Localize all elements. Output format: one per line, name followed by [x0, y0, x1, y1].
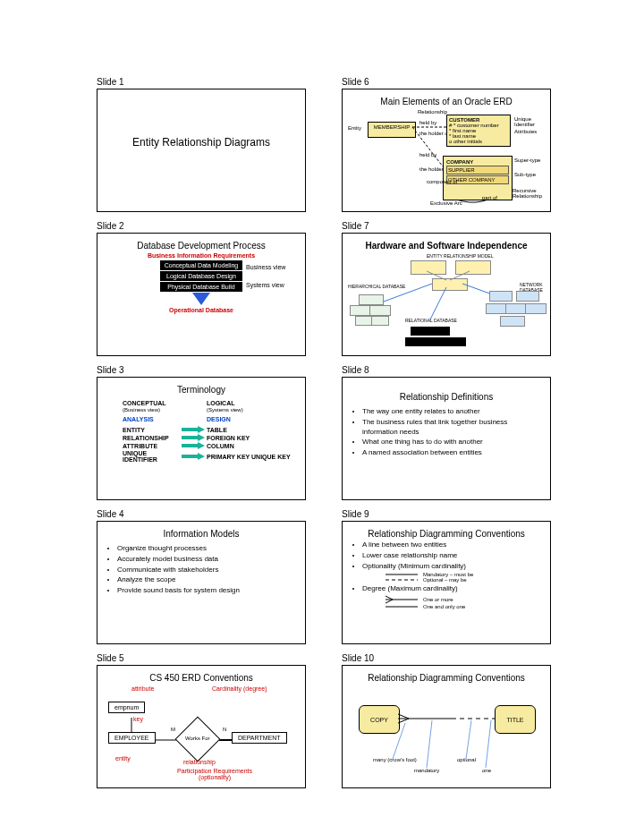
mandatory-label: mandatory [414, 768, 439, 773]
bullet-list: Organize thought processes Accurately mo… [117, 544, 298, 596]
term-l: RELATIONSHIP [123, 435, 180, 441]
slide-label: Slide 7 [342, 221, 551, 231]
slide-8: Slide 8 Relationship Definitions The way… [342, 365, 551, 500]
svg-marker-1 [198, 426, 205, 433]
bullet-list: Degree (Maximum cardinality) [362, 584, 543, 594]
svg-line-34 [486, 720, 491, 768]
dashed-line-icon [386, 577, 418, 583]
term-r: COLUMN [207, 443, 234, 449]
svg-line-28 [398, 719, 409, 723]
side-label: Business view [246, 264, 285, 270]
term-sub-r: (Systems view) [207, 407, 243, 413]
works-for-label: Works For [185, 736, 210, 741]
bullet: The business rules that link together bu… [362, 418, 543, 438]
rel-table [411, 327, 450, 336]
db-box [486, 303, 507, 314]
opt-label: Optional – may be [423, 577, 467, 583]
term-r: FOREIGN KEY [207, 435, 250, 441]
company-box: COMPANY SUPPLIER OTHER COMPANY [443, 156, 513, 200]
slide-label: Slide 4 [97, 509, 306, 519]
label-unique: Unique Identifier [514, 116, 550, 127]
slide-10: Slide 10 Relationship Diagramming Conven… [342, 653, 551, 788]
term-l: ATTRIBUTE [123, 443, 180, 449]
svg-line-27 [398, 714, 409, 719]
label-sub: Sub-type [514, 172, 536, 177]
crowfoot-icon [386, 595, 418, 604]
term-r: TABLE [207, 427, 227, 433]
bullet: Communicate with stakeholders [117, 566, 298, 575]
slide-body: Database Development Process Business In… [97, 233, 306, 356]
slide-label: Slide 1 [97, 77, 306, 87]
bullet: Accurately model business data [117, 555, 298, 565]
db-box [489, 291, 513, 302]
label-arc: Exclusive Arc [430, 200, 462, 206]
svg-line-23 [386, 596, 393, 600]
slide-title: Terminology [105, 385, 298, 395]
op-db-label: Operational Database [105, 307, 298, 313]
slide-6: Slide 6 Main Elements of an Oracle ERD R… [342, 77, 551, 212]
one-label: one [482, 768, 491, 773]
label-heldby: held by [419, 120, 436, 125]
one-line-icon [386, 604, 418, 609]
label-heldby2: held by [419, 152, 436, 157]
bullet-list: A line between two entities Lower case r… [362, 540, 543, 571]
many-label: One or more [423, 597, 453, 602]
bullet: Degree (Maximum cardinality) [362, 584, 543, 594]
bullet: Optionality (Minimum cardinality) [362, 562, 543, 572]
svg-line-32 [427, 720, 432, 768]
term-sub-l: (Business view) [123, 407, 160, 413]
slide-title: Relationship Definitions [350, 392, 543, 402]
db-box [505, 303, 527, 314]
db-box [371, 316, 389, 326]
department-box: DEPARTMENT [232, 732, 287, 744]
slide-title: Relationship Diagramming Conventions [350, 529, 543, 539]
column-left: Slide 1 Entity Relationship Diagrams Sli… [97, 77, 306, 788]
customer-box: CUSTOMER # * customer number * first nam… [446, 115, 511, 147]
db-box [525, 303, 547, 314]
slide-7: Slide 7 Hardware and Software Independen… [342, 221, 551, 356]
term-r: PRIMARY KEY UNIQUE KEY [207, 454, 291, 460]
slide-label: Slide 3 [97, 365, 306, 375]
svg-marker-5 [198, 442, 205, 449]
one-label: One and only one [423, 604, 465, 609]
slide-title: CS 450 ERD Conventions [105, 673, 298, 683]
attribute-label: attribute [131, 685, 154, 692]
down-arrow-icon [192, 293, 210, 305]
slide-title: Information Models [105, 529, 298, 539]
svg-line-24 [386, 600, 393, 603]
page: Slide 1 Entity Relationship Diagrams Sli… [0, 0, 644, 834]
many-label: many (crow's foot) [373, 757, 417, 762]
svg-line-16 [450, 271, 470, 280]
slide-body: Relationship Diagramming Conventions COP… [342, 665, 551, 788]
slide-5: Slide 5 CS 450 ERD Conventions attribute… [97, 653, 306, 788]
process-box: Logical Database Design [160, 271, 242, 281]
bullet: What one thing has to do with another [362, 438, 543, 447]
term-head-r: LOGICAL [207, 400, 235, 406]
arrow-right-icon [182, 426, 205, 433]
relationship-label: relationship [183, 759, 216, 765]
slide-body: Relationship Definitions The way one ent… [342, 377, 551, 500]
rel-table [436, 337, 466, 346]
slide-body: CS 450 ERD Conventions attribute Cardina… [97, 665, 306, 788]
db-box [516, 291, 539, 302]
slide-body: Main Elements of an Oracle ERD Relations… [342, 89, 551, 212]
m-label: M [171, 727, 175, 732]
slide-2: Slide 2 Database Development Process Bus… [97, 221, 306, 356]
slide-label: Slide 9 [342, 509, 551, 519]
svg-line-31 [393, 723, 405, 759]
db-box [359, 294, 384, 305]
arrow-right-icon [182, 453, 205, 460]
bullet: A named association between entities [362, 448, 543, 458]
bullet: Analyze the scope [117, 575, 298, 585]
term-l: UNIQUE IDENTIFIER [123, 450, 180, 463]
biz-req-label: Business Information Requirements [105, 252, 298, 259]
key-label: key [133, 716, 143, 722]
customer-line: o other initials [449, 139, 482, 144]
db-box [500, 316, 525, 327]
company-title: COMPANY [446, 159, 509, 165]
label-partof: part of [482, 195, 497, 200]
slide-body: Relationship Diagramming Conventions A l… [342, 521, 551, 644]
bullet: The way one entity relates to another [362, 407, 543, 417]
bullet-list: The way one entity relates to another Th… [362, 407, 543, 458]
slide-body: Hardware and Software Independence ENTIT… [342, 233, 551, 356]
